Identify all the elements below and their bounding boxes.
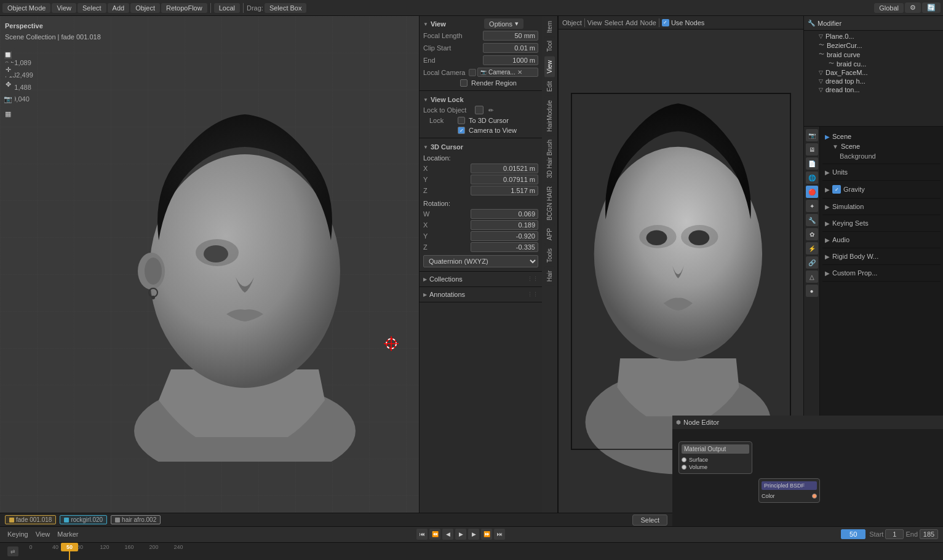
to-3d-cursor-checkbox[interactable] <box>458 117 465 124</box>
render-region-checkbox[interactable] <box>460 79 468 87</box>
object-props-icon[interactable]: ✦ <box>806 200 818 212</box>
tab-tool[interactable]: Tool <box>544 37 555 55</box>
material-icon[interactable]: ● <box>806 285 818 297</box>
tab-hair[interactable]: Hair <box>544 267 555 285</box>
particles-icon[interactable]: ✿ <box>806 228 818 240</box>
tab-hairmodule[interactable]: HairModule <box>544 97 555 135</box>
clip-end-input[interactable] <box>483 55 538 65</box>
local-camera-toggle[interactable] <box>469 69 476 76</box>
play-btn[interactable]: ▶ <box>455 529 466 540</box>
tab-bcgn-hair[interactable]: BCGN HAIR <box>544 183 555 224</box>
add-menu[interactable]: Add <box>108 3 130 13</box>
outliner-item-bezier[interactable]: 〜 BezierCur... <box>806 41 941 50</box>
outliner-item-braid-curve[interactable]: 〜 braid curve <box>806 50 941 59</box>
outliner-item-dread-top[interactable]: ▽ dread top h... <box>806 77 941 85</box>
viewport-left[interactable]: Perspective Scene Collection | fade 001.… <box>0 16 558 526</box>
view-menu[interactable]: View <box>52 3 76 13</box>
start-frame-input[interactable] <box>885 529 904 539</box>
modifier-props-icon[interactable]: 🔧 <box>806 214 818 226</box>
prev-keyframe-btn[interactable]: ⏪ <box>429 529 440 540</box>
lock-object-button[interactable] <box>475 106 483 114</box>
jump-end-btn[interactable]: ⏭ <box>494 529 505 540</box>
custom-props-title[interactable]: ▶ Custom Prop... <box>825 267 938 278</box>
strip-item-hair[interactable]: hair afro.002 <box>111 515 161 524</box>
object-menu[interactable]: Object <box>130 3 160 13</box>
scene-props-icon[interactable]: 🌐 <box>806 172 818 184</box>
world-props-icon[interactable]: 🔴 <box>806 186 818 198</box>
select-box-dropdown[interactable]: Select Box <box>265 3 307 13</box>
node-principled[interactable]: Principled BSDF Color <box>758 478 820 503</box>
timeline-view-menu[interactable]: View <box>33 529 53 539</box>
strip-item-fade[interactable]: fade 001.018 <box>5 515 56 524</box>
keying-menu[interactable]: Keying <box>5 529 31 539</box>
view-layer-icon[interactable]: 📄 <box>806 157 818 170</box>
object-mode-menu[interactable]: Object Mode <box>2 3 50 13</box>
strip-item-rockgirl[interactable]: rockgirl.020 <box>60 515 107 524</box>
clip-start-input[interactable] <box>483 43 538 53</box>
camera-selector[interactable]: 📷 Camera... ✕ <box>477 68 538 77</box>
options-button[interactable]: Options ▾ <box>484 18 523 29</box>
tab-item[interactable]: Item <box>544 17 555 36</box>
gravity-title[interactable]: ▶ ✓ Gravity <box>825 183 938 195</box>
focal-length-input[interactable] <box>483 31 538 41</box>
audio-title[interactable]: ▶ Audio <box>825 234 938 245</box>
select-button[interactable]: Select <box>632 515 667 526</box>
output-props-icon[interactable]: 🖥 <box>806 143 818 156</box>
render-props-icon[interactable]: 📷 <box>806 129 818 141</box>
outliner-item-dread-ton[interactable]: ▽ dread ton... <box>806 85 941 94</box>
move-tool[interactable]: ✥ <box>1 77 15 91</box>
lock-object-edit-icon[interactable]: ✏ <box>488 107 538 114</box>
camera-to-view-checkbox[interactable] <box>458 127 465 134</box>
cursor-w-input[interactable] <box>471 209 538 219</box>
physics-icon[interactable]: ⚡ <box>806 242 818 254</box>
step-forward-btn[interactable]: ▶ <box>468 529 479 540</box>
camera-tool[interactable]: 📷 <box>1 92 15 106</box>
select-menu[interactable]: Select <box>78 3 106 13</box>
node-material-output[interactable]: Material Output Surface Volume <box>678 441 752 474</box>
node-surface-socket[interactable] <box>682 457 686 462</box>
tab-app[interactable]: APP <box>544 224 555 244</box>
node-volume-socket[interactable] <box>682 465 686 470</box>
retopoflow-menu[interactable]: RetopoFlow <box>161 3 207 13</box>
cursor-y-input[interactable] <box>471 175 538 184</box>
tab-tools[interactable]: Tools <box>544 245 555 266</box>
data-props-icon[interactable]: △ <box>806 270 818 283</box>
cursor-rx-input[interactable] <box>471 220 538 230</box>
units-title[interactable]: ▶ Units <box>825 167 938 178</box>
cursor-z-input[interactable] <box>471 186 538 195</box>
camera-close-icon[interactable]: ✕ <box>517 69 522 76</box>
node-editor-body[interactable]: Material Output Surface Volume Principle… <box>672 429 943 439</box>
timeline-exchange-btn[interactable]: ⇄ <box>7 546 18 556</box>
marker-menu[interactable]: Marker <box>55 529 81 539</box>
end-frame-input[interactable] <box>920 529 938 539</box>
cursor-rz-input[interactable] <box>471 242 538 252</box>
outliner-item-dax-face[interactable]: ▽ Dax_FaceM... <box>806 68 941 77</box>
collections-header[interactable]: ▶ Collections ⋮⋮ <box>423 273 538 285</box>
simulation-title[interactable]: ▶ Simulation <box>825 201 938 212</box>
tab-view[interactable]: View <box>544 57 555 77</box>
cursor-ry-input[interactable] <box>471 231 538 241</box>
keying-sets-title[interactable]: ▶ Keying Sets <box>825 218 938 229</box>
node-color-socket[interactable] <box>812 494 817 499</box>
background-row[interactable]: Background <box>837 151 938 161</box>
step-back-btn[interactable]: ◀ <box>442 529 453 540</box>
constraints-icon[interactable]: 🔗 <box>806 256 818 269</box>
transform-orientation[interactable]: 🔄 <box>922 2 941 13</box>
cursor-3d-header[interactable]: ▼ 3D Cursor <box>423 141 538 152</box>
use-nodes-checkbox[interactable]: ✓ <box>662 19 669 26</box>
outliner-item-braid-cu[interactable]: 〜 braid cu... <box>806 59 941 68</box>
tab-3d-hair-brush[interactable]: 3D Hair Brush <box>544 136 555 182</box>
transform-dropdown[interactable]: Local <box>214 3 240 13</box>
view-lock-header[interactable]: ▼ View Lock <box>423 93 538 105</box>
gravity-toggle[interactable]: ✓ <box>832 185 841 194</box>
tab-edit[interactable]: Edit <box>544 77 555 95</box>
outliner-item-plane[interactable]: ▽ Plane.0... <box>806 32 941 41</box>
rigid-body-title[interactable]: ▶ Rigid Body W... <box>825 251 938 262</box>
cursor-tool[interactable]: ✛ <box>1 63 15 76</box>
current-frame-input[interactable] <box>841 529 865 539</box>
jump-start-btn[interactable]: ⏮ <box>416 529 428 540</box>
select-tool[interactable]: 🔲 <box>1 48 15 61</box>
next-keyframe-btn[interactable]: ⏩ <box>481 529 492 540</box>
timeline-ruler[interactable]: ⇄ 0 40 80 120 160 200 240 50 <box>0 543 943 560</box>
snap-button[interactable]: ⚙ <box>905 2 921 13</box>
